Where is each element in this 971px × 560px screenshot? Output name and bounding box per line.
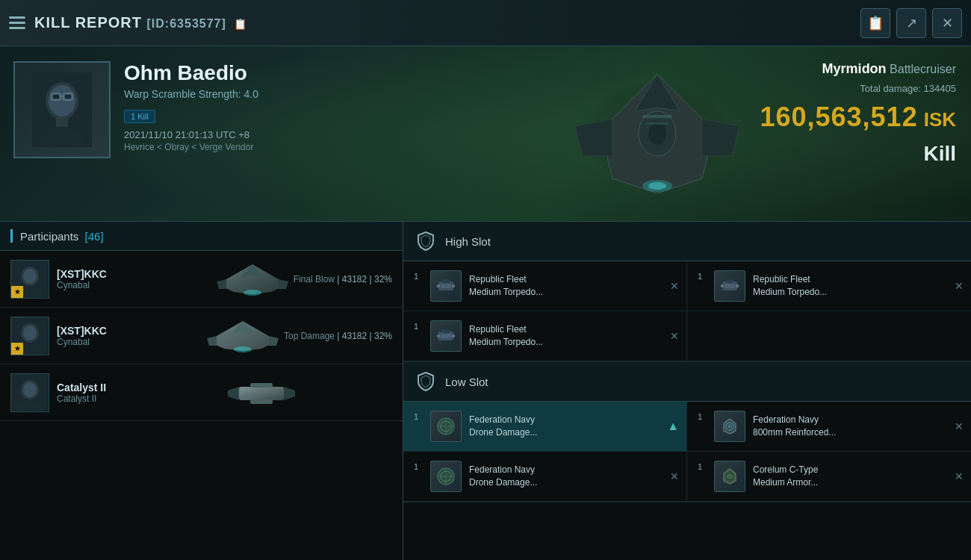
slot-item[interactable]: 1 Federation Navy Drone Damage... ▲ <box>403 402 687 452</box>
participants-title: Participants [46] <box>20 230 104 243</box>
slot-name: Republic Fleet Medium Torpedo... <box>753 273 827 299</box>
stat-label: Final Blow <box>294 274 335 284</box>
kill-badge: 1 Kill <box>124 110 155 123</box>
slot-qty: 1 <box>414 270 424 281</box>
slot-name: Corelum C-Type Medium Armor... <box>753 464 818 489</box>
svg-point-20 <box>243 290 261 296</box>
high-slot-grid: 1 Republic Fleet Medium Torpedo... ✕ 1 R… <box>403 261 971 362</box>
slot-icon <box>430 320 462 352</box>
main-content: Participants [46] ★ [XST]KKC Cynabal <box>0 222 971 560</box>
menu-button[interactable] <box>9 16 25 29</box>
avatar <box>13 61 111 158</box>
low-slot-header: Low Slot <box>403 362 971 402</box>
clipboard-button[interactable]: 📋 <box>860 8 890 38</box>
copy-id-icon[interactable]: 📋 <box>234 18 247 30</box>
close-icon[interactable]: ✕ <box>670 470 679 482</box>
participant-name: [XST]KKC <box>57 325 202 337</box>
participants-list: ★ [XST]KKC Cynabal Final Blow | 43182 | … <box>0 251 403 560</box>
damage-value: 43182 <box>342 274 367 284</box>
kill-date: 2021/11/10 21:01:13 UTC +8 <box>124 129 538 140</box>
title-text: KILL REPORT <box>34 14 142 31</box>
high-slot-header: High Slot <box>403 222 971 261</box>
svg-point-13 <box>648 182 666 190</box>
shield-icon <box>414 370 438 393</box>
slot-qty: 1 <box>698 411 708 421</box>
slot-item[interactable]: 1 Corelum C-Type Medium Armor... ✕ <box>687 452 971 502</box>
slot-icon <box>430 461 462 492</box>
export-button[interactable]: ↗ <box>896 8 926 38</box>
ship-image <box>538 46 777 221</box>
close-icon[interactable]: ✕ <box>955 420 964 432</box>
slot-qty: 1 <box>698 270 708 281</box>
close-icon[interactable]: ✕ <box>955 280 964 292</box>
svg-point-25 <box>234 346 252 352</box>
header-bar-accent <box>10 229 13 243</box>
slot-item[interactable]: 1 Republic Fleet Medium Torpedo... ✕ <box>403 311 687 361</box>
close-icon[interactable]: ✕ <box>670 280 679 292</box>
report-id: [ID:6353577] <box>147 17 226 30</box>
ship-class: Myrmidon Battlecruiser <box>822 61 956 77</box>
avatar: ★ <box>10 260 49 299</box>
low-slot-grid: 1 Federation Navy Drone Damage... ▲ 1 Fe… <box>403 402 971 503</box>
svg-point-52 <box>728 424 732 429</box>
participant-info: Catalyst II Catalyst II <box>57 382 220 404</box>
participant-ship: Cynabal <box>57 280 211 290</box>
myrmidon-ship-svg <box>553 59 762 208</box>
slot-item[interactable]: 1 Republic Fleet Medium Torpedo... ✕ <box>403 261 687 311</box>
hero-info: Ohm Baedio Warp Scramble Strength: 4.0 1… <box>124 46 538 221</box>
isk-value: 160,563,512 <box>760 102 917 133</box>
avatar: ★ <box>10 317 49 355</box>
svg-rect-36 <box>441 284 451 288</box>
empty-slot <box>687 311 971 361</box>
close-button[interactable]: ✕ <box>932 8 962 38</box>
list-item[interactable]: Catalyst II Catalyst II <box>0 364 403 421</box>
svg-rect-39 <box>721 284 724 287</box>
svg-point-2 <box>49 85 75 116</box>
slot-name: Federation Navy 800mm Reinforced... <box>753 414 836 439</box>
svg-point-47 <box>442 329 450 334</box>
participant-stats: Final Blow | 43182 | 32% <box>294 274 392 284</box>
svg-rect-44 <box>437 335 440 337</box>
slot-item[interactable]: 1 Federation Navy 800mm Reinforced... ✕ <box>687 402 971 452</box>
participant-name: Catalyst II <box>57 382 220 393</box>
svg-rect-40 <box>736 284 739 287</box>
list-item[interactable]: ★ [XST]KKC Cynabal Final Blow | 43182 | … <box>0 251 403 308</box>
slot-qty: 1 <box>414 320 424 331</box>
damage-percent: 32% <box>374 331 392 341</box>
participant-stats: Top Damage | 43182 | 32% <box>284 331 392 341</box>
avatar <box>10 373 49 412</box>
total-damage-value: 134405 <box>924 83 956 94</box>
svg-rect-45 <box>452 335 455 337</box>
slot-qty: 1 <box>414 461 424 471</box>
svg-rect-4 <box>65 95 71 99</box>
ship-name: Myrmidon <box>822 61 887 76</box>
pilot-name: Ohm Baedio <box>124 61 538 85</box>
shield-icon <box>414 229 438 253</box>
svg-rect-31 <box>250 383 273 388</box>
list-item[interactable]: ★ [XST]KKC Cynabal Top Damage | 43182 | … <box>0 308 403 364</box>
slot-qty: 1 <box>698 461 708 471</box>
participants-header: Participants [46] <box>0 222 403 251</box>
slot-item[interactable]: 1 Federation Navy Drone Damage... ✕ <box>403 452 687 502</box>
slot-icon <box>714 270 745 302</box>
star-badge: ★ <box>11 343 23 355</box>
participants-count: [46] <box>85 230 104 243</box>
svg-point-37 <box>442 279 450 284</box>
close-icon[interactable]: ✕ <box>670 330 679 342</box>
svg-rect-32 <box>250 399 273 404</box>
star-badge: ★ <box>11 286 23 298</box>
header: KILL REPORT [ID:6353577] 📋 📋 ↗ ✕ <box>0 0 971 46</box>
isk-label: ISK <box>924 108 956 131</box>
damage-value: 43182 <box>342 331 367 341</box>
svg-point-11 <box>648 122 666 145</box>
participant-info: [XST]KKC Cynabal <box>57 325 202 347</box>
slots-panel: High Slot 1 Republic Fleet Medium Torped… <box>403 222 971 560</box>
close-icon[interactable]: ✕ <box>955 470 964 482</box>
svg-rect-3 <box>53 95 59 99</box>
stat-label: Top Damage <box>284 331 335 341</box>
slot-item[interactable]: 1 Republic Fleet Medium Torpedo... ✕ <box>687 261 971 311</box>
kill-type-label: Kill <box>923 142 956 166</box>
slot-qty: 1 <box>414 411 424 421</box>
header-actions: 📋 ↗ ✕ <box>860 8 962 38</box>
participant-ship: Catalyst II <box>57 393 220 404</box>
